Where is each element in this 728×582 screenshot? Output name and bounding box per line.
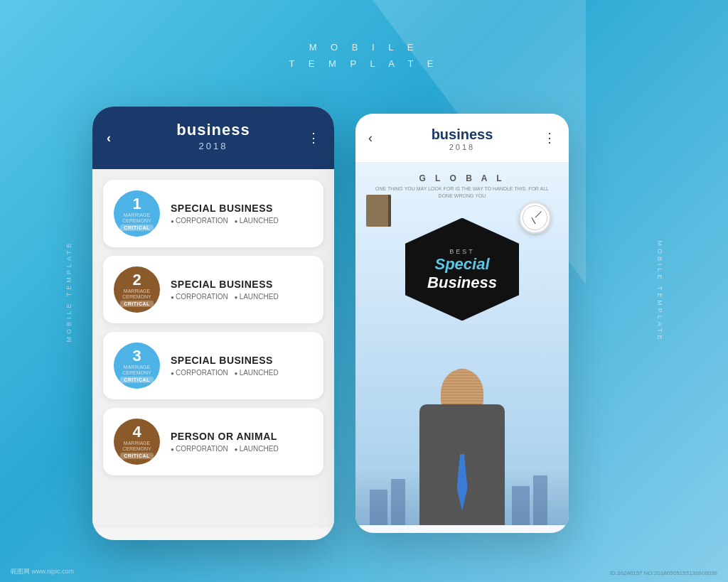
list-content-4: PERSON OR ANIMAL CORPORATION LAUNCHED: [171, 431, 279, 453]
list-title-3: SPECIAL BUSINESS: [171, 355, 279, 366]
item-sublabel-4: MARRIAGE CEREMONY: [114, 441, 160, 451]
list-circle-2: 2 MARRIAGE CEREMONY CRITICAL: [114, 266, 160, 313]
list-circle-3: 3 MARRIAGE CEREMONY CRITICAL: [114, 343, 160, 389]
item-badge-4: CRITICAL: [120, 453, 154, 459]
book-shape: [366, 195, 391, 227]
list-content-2: SPECIAL BUSINESS CORPORATION LAUNCHED: [171, 279, 279, 301]
header-line1: M O B I L E: [289, 39, 439, 55]
list-circle-4: 4 MARRIAGE CEREMONY CRITICAL: [114, 419, 160, 465]
hexagon: BEST Special Business: [405, 212, 519, 326]
building-4: [533, 475, 547, 525]
item-number-4: 4: [132, 424, 141, 440]
meta1-3: CORPORATION: [171, 369, 228, 377]
list-item[interactable]: 3 MARRIAGE CEREMONY CRITICAL SPECIAL BUS…: [103, 332, 323, 399]
meta1-2: CORPORATION: [171, 293, 228, 301]
hex-special: Special: [434, 254, 489, 273]
hexagon-bg: BEST Special Business: [405, 218, 519, 321]
meta1-4: CORPORATION: [171, 445, 228, 453]
phone-left-year: 2018: [107, 141, 320, 151]
item-sublabel-2: MARRIAGE CEREMONY: [114, 289, 160, 299]
list-title-1: SPECIAL BUSINESS: [171, 203, 279, 214]
list-circle-1: 1 MARRIAGE CEREMONY CRITICAL: [114, 190, 160, 237]
suit-body: [419, 404, 505, 525]
meta2-3: LAUNCHED: [235, 369, 279, 377]
item-badge-3: CRITICAL: [120, 377, 154, 383]
hexagon-container: BEST Special Business: [391, 212, 533, 355]
building-1: [370, 490, 387, 525]
list-meta-2: CORPORATION LAUNCHED: [171, 293, 279, 301]
list-item[interactable]: 4 MARRIAGE CEREMONY CRITICAL PERSON OR A…: [103, 408, 323, 475]
item-number-2: 2: [132, 272, 141, 288]
list-title-4: PERSON OR ANIMAL: [171, 431, 279, 442]
global-label: G L O B A L: [355, 163, 569, 183]
list-content-1: SPECIAL BUSINESS CORPORATION LAUNCHED: [171, 203, 279, 225]
clock-decoration: [519, 202, 551, 234]
meta2-2: LAUNCHED: [235, 293, 279, 301]
book-decoration: [366, 195, 395, 230]
phone-right-year: 2018: [368, 143, 556, 151]
hex-business: Business: [427, 273, 497, 291]
item-sublabel-3: MARRIAGE CEREMONY: [114, 365, 160, 375]
header: M O B I L E T E M P L A T E: [289, 39, 439, 72]
item-badge-1: CRITICAL: [120, 225, 154, 231]
clock-hand-hour: [535, 211, 541, 217]
phone-right-body: G L O B A L ONE THING YOU MAY LOOK FOR I…: [355, 163, 569, 525]
phone-left-header: ‹ business 2018 ⋮: [92, 107, 334, 169]
phone-right-header: ‹ business 2018 ⋮: [355, 114, 569, 163]
list-content-3: SPECIAL BUSINESS CORPORATION LAUNCHED: [171, 355, 279, 377]
clock-hand-minute: [531, 217, 535, 224]
back-btn-left[interactable]: ‹: [107, 131, 111, 146]
side-text-right: MOBILE TEMPLATE: [655, 240, 663, 342]
suit-tie: [457, 454, 468, 511]
phone-right: ‹ business 2018 ⋮ G L O B A L ONE THING …: [355, 114, 569, 533]
list-meta-1: CORPORATION LAUNCHED: [171, 217, 279, 225]
phone-left-title: business: [107, 121, 320, 139]
item-number-1: 1: [132, 196, 141, 212]
list-meta-3: CORPORATION LAUNCHED: [171, 369, 279, 377]
side-text-left: MOBILE TEMPLATE: [65, 240, 73, 342]
back-btn-right[interactable]: ‹: [368, 131, 373, 146]
list-meta-4: CORPORATION LAUNCHED: [171, 445, 279, 453]
id-watermark: ID:26246157 NO:20180505153133808038: [610, 570, 717, 576]
list-item[interactable]: 1 MARRIAGE CEREMONY CRITICAL SPECIAL BUS…: [103, 180, 323, 247]
meta1-1: CORPORATION: [171, 217, 228, 225]
item-sublabel-1: MARRIAGE CEREMONY: [114, 212, 160, 223]
phone-left: ‹ business 2018 ⋮ 1 MARRIAGE CEREMONY CR…: [92, 107, 334, 540]
item-number-3: 3: [132, 348, 141, 364]
person-silhouette: [391, 362, 533, 525]
meta2-1: LAUNCHED: [235, 217, 279, 225]
phone-left-body: 1 MARRIAGE CEREMONY CRITICAL SPECIAL BUS…: [92, 169, 334, 528]
nipic-watermark: 昵图网 www.nipic.com: [11, 567, 74, 576]
item-badge-2: CRITICAL: [120, 301, 154, 307]
meta2-4: LAUNCHED: [235, 445, 279, 453]
header-line2: T E M P L A T E: [289, 55, 439, 72]
person-area: [391, 362, 533, 525]
clock-face: [523, 205, 547, 230]
phone-right-title: business: [368, 126, 556, 143]
list-title-2: SPECIAL BUSINESS: [171, 279, 279, 290]
menu-btn-left[interactable]: ⋮: [307, 130, 320, 146]
hex-best: BEST: [449, 247, 475, 254]
menu-btn-right[interactable]: ⋮: [543, 130, 556, 146]
list-item[interactable]: 2 MARRIAGE CEREMONY CRITICAL SPECIAL BUS…: [103, 256, 323, 323]
